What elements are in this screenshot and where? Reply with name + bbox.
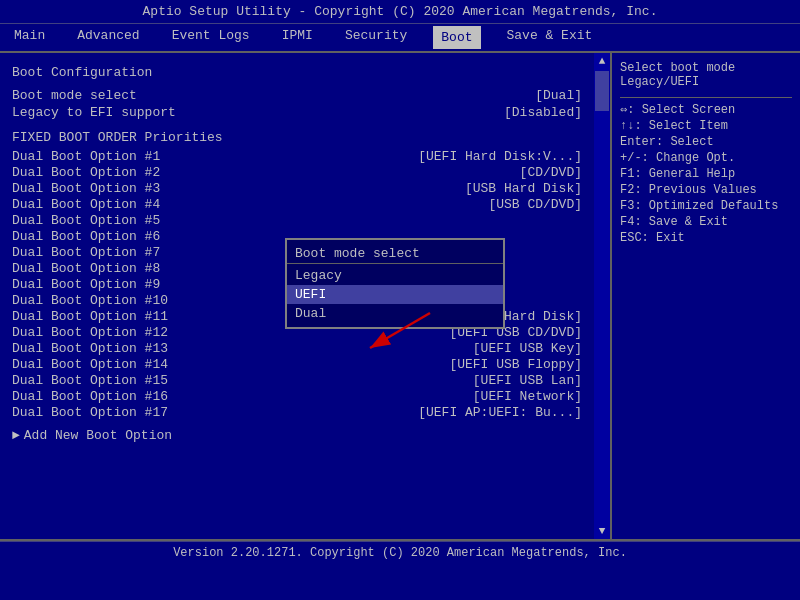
boot-option-label: Dual Boot Option #17 bbox=[12, 405, 168, 420]
table-row[interactable]: Dual Boot Option #16 [UEFI Network] bbox=[12, 389, 582, 404]
title-text: Aptio Setup Utility - Copyright (C) 2020… bbox=[143, 4, 658, 19]
boot-option-value: [UEFI USB Lan] bbox=[473, 373, 582, 388]
boot-option-value: [CD/DVD] bbox=[520, 165, 582, 180]
table-row[interactable]: Dual Boot Option #4 [USB CD/DVD] bbox=[12, 197, 582, 212]
key-help-screen: ⇔: Select Screen bbox=[620, 102, 792, 117]
dropdown-option-dual[interactable]: Dual bbox=[287, 304, 503, 323]
menu-save-exit[interactable]: Save & Exit bbox=[501, 26, 599, 49]
dropdown-option-uefi[interactable]: UEFI bbox=[287, 285, 503, 304]
table-row[interactable]: Dual Boot Option #13 [UEFI USB Key] bbox=[12, 341, 582, 356]
boot-option-label: Dual Boot Option #5 bbox=[12, 213, 160, 228]
section-title: Boot Configuration bbox=[12, 65, 582, 80]
right-panel: Select boot mode Legacy/UEFI ⇔: Select S… bbox=[610, 53, 800, 539]
boot-option-label: Dual Boot Option #15 bbox=[12, 373, 168, 388]
boot-option-label: Dual Boot Option #11 bbox=[12, 309, 168, 324]
boot-option-value: [UEFI Hard Disk:V...] bbox=[418, 149, 582, 164]
main-content: Boot Configuration Boot mode select [Dua… bbox=[0, 51, 800, 541]
dropdown-title: Boot mode select bbox=[287, 244, 503, 264]
boot-option-label: Dual Boot Option #12 bbox=[12, 325, 168, 340]
boot-mode-row[interactable]: Boot mode select [Dual] bbox=[12, 88, 582, 103]
boot-option-label: Dual Boot Option #1 bbox=[12, 149, 160, 164]
boot-option-value: [UEFI USB Key] bbox=[473, 341, 582, 356]
boot-option-label: Dual Boot Option #10 bbox=[12, 293, 168, 308]
boot-option-label: Dual Boot Option #2 bbox=[12, 165, 160, 180]
table-row[interactable]: Dual Boot Option #3 [USB Hard Disk] bbox=[12, 181, 582, 196]
table-row[interactable]: Dual Boot Option #2 [CD/DVD] bbox=[12, 165, 582, 180]
boot-option-label: Dual Boot Option #8 bbox=[12, 261, 160, 276]
help-divider bbox=[620, 97, 792, 98]
boot-option-label: Dual Boot Option #7 bbox=[12, 245, 160, 260]
boot-option-label: Dual Boot Option #3 bbox=[12, 181, 160, 196]
dropdown-popup: Boot mode select Legacy UEFI Dual bbox=[285, 238, 505, 329]
title-bar: Aptio Setup Utility - Copyright (C) 2020… bbox=[0, 0, 800, 23]
table-row[interactable]: Dual Boot Option #1 [UEFI Hard Disk:V...… bbox=[12, 149, 582, 164]
menu-security[interactable]: Security bbox=[339, 26, 413, 49]
legacy-efi-value: [Disabled] bbox=[504, 105, 582, 120]
menu-event-logs[interactable]: Event Logs bbox=[166, 26, 256, 49]
legacy-efi-row[interactable]: Legacy to EFI support [Disabled] bbox=[12, 105, 582, 120]
center-scrollbar[interactable]: ▲ ▼ bbox=[594, 53, 610, 539]
scroll-down-arrow[interactable]: ▼ bbox=[597, 523, 608, 539]
boot-option-value: [USB Hard Disk] bbox=[465, 181, 582, 196]
menu-main[interactable]: Main bbox=[8, 26, 51, 49]
boot-option-value: [UEFI AP:UEFI: Bu...] bbox=[418, 405, 582, 420]
boot-mode-label: Boot mode select bbox=[12, 88, 137, 103]
boot-option-label: Dual Boot Option #6 bbox=[12, 229, 160, 244]
scroll-up-arrow[interactable]: ▲ bbox=[597, 53, 608, 69]
fixed-boot-title: FIXED BOOT ORDER Priorities bbox=[12, 130, 582, 145]
key-help-item: ↑↓: Select Item bbox=[620, 119, 792, 133]
key-help-f3: F3: Optimized Defaults bbox=[620, 199, 792, 213]
table-row[interactable]: Dual Boot Option #5 bbox=[12, 213, 582, 228]
boot-option-label: Dual Boot Option #9 bbox=[12, 277, 160, 292]
key-help-f1: F1: General Help bbox=[620, 167, 792, 181]
add-boot-option[interactable]: ► Add New Boot Option bbox=[12, 428, 582, 443]
help-title: Select boot mode Legacy/UEFI bbox=[620, 61, 792, 89]
boot-option-label: Dual Boot Option #4 bbox=[12, 197, 160, 212]
boot-option-label: Dual Boot Option #14 bbox=[12, 357, 168, 372]
status-text: Version 2.20.1271. Copyright (C) 2020 Am… bbox=[173, 546, 627, 560]
dropdown-option-legacy[interactable]: Legacy bbox=[287, 266, 503, 285]
menu-boot[interactable]: Boot bbox=[433, 26, 480, 49]
table-row[interactable]: Dual Boot Option #14 [UEFI USB Floppy] bbox=[12, 357, 582, 372]
key-help-f2: F2: Previous Values bbox=[620, 183, 792, 197]
status-bar: Version 2.20.1271. Copyright (C) 2020 Am… bbox=[0, 541, 800, 564]
boot-option-value: [UEFI Network] bbox=[473, 389, 582, 404]
triangle-icon: ► bbox=[12, 428, 20, 443]
key-help-f4: F4: Save & Exit bbox=[620, 215, 792, 229]
menu-ipmi[interactable]: IPMI bbox=[276, 26, 319, 49]
key-help-enter: Enter: Select bbox=[620, 135, 792, 149]
boot-option-value: [UEFI USB Floppy] bbox=[449, 357, 582, 372]
key-help-change: +/-: Change Opt. bbox=[620, 151, 792, 165]
table-row[interactable]: Dual Boot Option #17 [UEFI AP:UEFI: Bu..… bbox=[12, 405, 582, 420]
scroll-thumb[interactable] bbox=[595, 71, 609, 111]
boot-mode-value: [Dual] bbox=[535, 88, 582, 103]
add-boot-label: Add New Boot Option bbox=[24, 428, 172, 443]
left-panel: Boot Configuration Boot mode select [Dua… bbox=[0, 53, 594, 539]
menu-bar: Main Advanced Event Logs IPMI Security B… bbox=[0, 23, 800, 51]
menu-advanced[interactable]: Advanced bbox=[71, 26, 145, 49]
boot-option-label: Dual Boot Option #13 bbox=[12, 341, 168, 356]
boot-option-label: Dual Boot Option #16 bbox=[12, 389, 168, 404]
legacy-efi-label: Legacy to EFI support bbox=[12, 105, 176, 120]
key-help-esc: ESC: Exit bbox=[620, 231, 792, 245]
boot-option-value: [USB CD/DVD] bbox=[488, 197, 582, 212]
table-row[interactable]: Dual Boot Option #15 [UEFI USB Lan] bbox=[12, 373, 582, 388]
